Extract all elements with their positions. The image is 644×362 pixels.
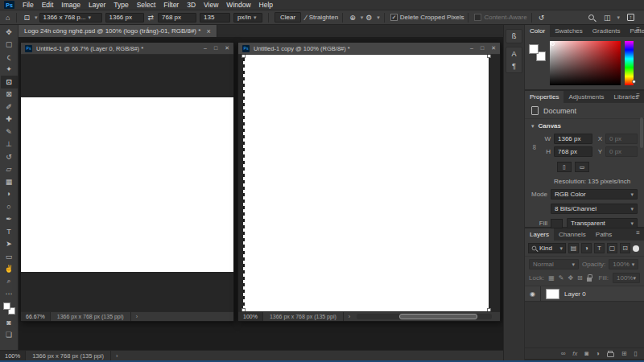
- clear-button[interactable]: Clear: [275, 12, 301, 23]
- new-layer-icon[interactable]: ⊞: [621, 350, 627, 357]
- layer-filter-kind-dropdown[interactable]: Kind ▾: [528, 243, 566, 253]
- history-brush-tool-icon[interactable]: ↺: [1, 150, 18, 163]
- color-picker-marker[interactable]: [551, 42, 555, 46]
- scrollbar-thumb[interactable]: [399, 314, 477, 319]
- fill-field[interactable]: 100% ▾: [613, 273, 640, 283]
- layer-thumbnail[interactable]: [546, 289, 559, 299]
- link-layers-icon[interactable]: ∞: [561, 350, 566, 357]
- color-mode-dropdown[interactable]: RGB Color ▾: [551, 189, 638, 200]
- minimize-button[interactable]: –: [470, 45, 473, 51]
- blur-tool-icon[interactable]: ◗: [1, 188, 18, 201]
- search-icon[interactable]: [588, 14, 594, 20]
- foreground-background-colors[interactable]: [3, 302, 15, 315]
- crop-handle[interactable]: [487, 55, 491, 58]
- canvas-fill-dropdown[interactable]: Transparent ▾: [567, 218, 638, 228]
- zoom-level-field[interactable]: 66.67%: [21, 312, 51, 321]
- link-dimensions-icon[interactable]: ∞: [530, 145, 539, 150]
- tab-channels[interactable]: Channels: [554, 228, 591, 241]
- status-options-chevron[interactable]: ›: [111, 352, 123, 360]
- crop-tool-preset-icon[interactable]: ⊡: [21, 14, 32, 22]
- brush-tool-icon[interactable]: ✎: [1, 125, 18, 138]
- status-options-chevron[interactable]: ›: [131, 314, 142, 319]
- tab-swatches[interactable]: Swatches: [550, 25, 588, 37]
- pen-tool-icon[interactable]: ✒: [1, 213, 18, 226]
- layer-style-fx-icon[interactable]: fx: [572, 350, 577, 357]
- chevron-down-icon[interactable]: ▾: [35, 14, 38, 21]
- crop-overlay-options-icon[interactable]: ⊕: [347, 14, 358, 22]
- character-panel-icon[interactable]: A: [511, 50, 516, 58]
- crop-width-input[interactable]: 1366 px: [105, 13, 144, 23]
- layer-name[interactable]: Layer 0: [564, 290, 586, 298]
- eyedropper-tool-icon[interactable]: ✐: [1, 101, 18, 113]
- clone-stamp-tool-icon[interactable]: ⊥: [1, 138, 18, 151]
- crop-tool-icon[interactable]: ⊡: [1, 76, 18, 88]
- filter-shape-layers-icon[interactable]: ▢: [607, 243, 617, 253]
- close-button[interactable]: ✕: [225, 45, 229, 51]
- lock-transparent-pixels-icon[interactable]: ▦: [548, 274, 555, 282]
- paragraph-panel-icon[interactable]: ¶: [512, 62, 516, 70]
- lock-artboard-icon[interactable]: ⊞: [577, 274, 583, 282]
- saturation-brightness-picker[interactable]: [550, 41, 621, 85]
- rectangular-marquee-tool-icon[interactable]: ▢: [1, 39, 18, 51]
- crop-resolution-input[interactable]: 135: [200, 13, 230, 23]
- menu-item[interactable]: 3D: [183, 1, 200, 9]
- new-group-folder-icon[interactable]: [607, 352, 614, 357]
- share-icon[interactable]: ↑: [627, 14, 634, 21]
- straighten-label[interactable]: Straighten: [309, 14, 338, 21]
- canvas-width-field[interactable]: 1366 px: [554, 134, 592, 144]
- canvas-height-field[interactable]: 768 px: [554, 146, 592, 157]
- brushes-panel-icon[interactable]: ß: [512, 32, 517, 40]
- menu-item[interactable]: Edit: [38, 1, 58, 9]
- menu-item[interactable]: File: [19, 1, 38, 9]
- status-options-chevron[interactable]: ›: [344, 314, 355, 319]
- zoom-tool-icon[interactable]: ⌕: [1, 275, 18, 288]
- document-viewport[interactable]: [238, 55, 500, 311]
- hand-tool-icon[interactable]: ✌: [1, 263, 18, 276]
- hue-slider-marker[interactable]: [632, 80, 636, 84]
- filter-type-layers-icon[interactable]: T: [594, 243, 605, 253]
- minimize-button[interactable]: –: [204, 45, 207, 51]
- add-layer-mask-icon[interactable]: ◙: [584, 350, 588, 357]
- menu-item[interactable]: Select: [133, 1, 160, 9]
- zoom-level-field[interactable]: 100%: [0, 351, 26, 360]
- panel-menu-icon[interactable]: ≡: [632, 229, 644, 237]
- dodge-tool-icon[interactable]: ○: [1, 200, 18, 213]
- menu-item[interactable]: Window: [222, 1, 254, 9]
- delete-cropped-pixels-label[interactable]: Delete Cropped Pixels: [400, 14, 464, 21]
- menu-item[interactable]: Layer: [85, 1, 109, 9]
- crop-handle[interactable]: [242, 55, 246, 58]
- crop-ratio-dropdown[interactable]: 1366 x 768 p... ▾: [39, 13, 102, 23]
- reset-tool-icon[interactable]: ↺: [536, 14, 547, 22]
- canvas-fill-swatch[interactable]: [551, 219, 563, 228]
- quick-selection-tool-icon[interactable]: ✦: [1, 64, 18, 76]
- hue-slider[interactable]: [625, 41, 634, 85]
- panel-menu-icon[interactable]: ≡: [632, 26, 644, 33]
- home-icon[interactable]: ⌂: [3, 14, 12, 22]
- close-button[interactable]: ✕: [491, 45, 496, 51]
- delete-cropped-pixels-checkbox[interactable]: ✓: [390, 14, 398, 21]
- tab-layers[interactable]: Layers: [525, 228, 554, 241]
- landscape-orientation-button[interactable]: ▭: [575, 162, 589, 172]
- tab-color[interactable]: Color: [525, 25, 550, 37]
- document-tab[interactable]: Logo 24h công nghệ.psd @ 100% (logo (trắ…: [19, 25, 217, 37]
- crop-handle[interactable]: [242, 308, 246, 311]
- filter-adjustment-layers-icon[interactable]: ◑: [581, 243, 592, 253]
- tab-gradients[interactable]: Gradients: [588, 25, 625, 37]
- maximize-button[interactable]: □: [214, 45, 217, 51]
- delete-layer-trash-icon[interactable]: ▯: [634, 350, 638, 357]
- foreground-color-swatch[interactable]: [3, 302, 10, 310]
- screen-mode-button[interactable]: ❏: [1, 329, 18, 342]
- canvas[interactable]: [21, 97, 233, 272]
- adjustment-layer-icon[interactable]: ◑: [596, 350, 600, 357]
- path-selection-tool-icon[interactable]: ➤: [1, 238, 18, 251]
- menu-item[interactable]: Type: [109, 1, 132, 9]
- panel-menu-icon[interactable]: ≡: [632, 92, 644, 99]
- portrait-orientation-button[interactable]: ▯: [557, 162, 572, 172]
- color-panel-swatches[interactable]: [529, 44, 546, 61]
- zoom-level-field[interactable]: 100%: [238, 312, 263, 321]
- canvas-section-header[interactable]: ▾ Canvas: [525, 119, 644, 131]
- resolution-unit-dropdown[interactable]: px/in ▾: [233, 13, 262, 23]
- panel-scrollbar[interactable]: [640, 117, 643, 148]
- lasso-tool-icon[interactable]: ς: [1, 51, 18, 64]
- window-title-bar[interactable]: Ps Untitled-1 @ 66.7% (Layer 0, RGB/8#) …: [21, 43, 233, 55]
